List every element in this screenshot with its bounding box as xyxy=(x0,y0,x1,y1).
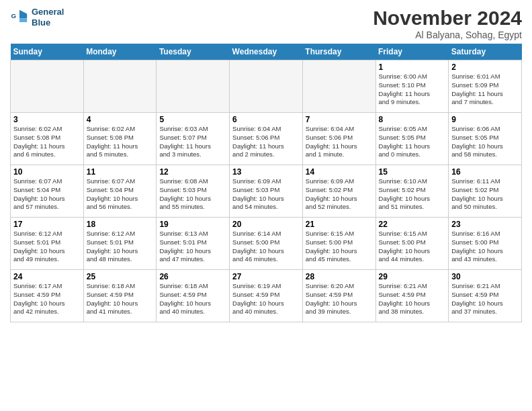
calendar-week-row: 24Sunrise: 6:17 AM Sunset: 4:59 PM Dayli… xyxy=(11,270,522,322)
calendar-day-cell: 2Sunrise: 6:01 AM Sunset: 5:09 PM Daylig… xyxy=(449,60,522,113)
day-number: 30 xyxy=(451,272,519,281)
day-number: 13 xyxy=(232,167,300,177)
calendar-week-row: 1Sunrise: 6:00 AM Sunset: 5:10 PM Daylig… xyxy=(11,60,522,113)
day-number: 15 xyxy=(379,167,446,177)
calendar-day-cell: 23Sunrise: 6:16 AM Sunset: 5:00 PM Dayli… xyxy=(449,218,522,270)
day-number: 9 xyxy=(451,115,519,124)
day-number: 17 xyxy=(13,220,81,229)
day-number: 18 xyxy=(87,220,154,229)
day-info: Sunrise: 6:11 AM Sunset: 5:02 PM Dayligh… xyxy=(451,177,519,212)
calendar-day-cell: 8Sunrise: 6:05 AM Sunset: 5:05 PM Daylig… xyxy=(375,113,449,165)
calendar-day-cell: 7Sunrise: 6:04 AM Sunset: 5:06 PM Daylig… xyxy=(302,113,375,165)
day-info: Sunrise: 6:09 AM Sunset: 5:03 PM Dayligh… xyxy=(232,177,300,212)
calendar-day-cell: 30Sunrise: 6:21 AM Sunset: 4:59 PM Dayli… xyxy=(449,270,522,322)
calendar-day-cell: 4Sunrise: 6:02 AM Sunset: 5:08 PM Daylig… xyxy=(83,113,157,165)
calendar-table: SundayMondayTuesdayWednesdayThursdayFrid… xyxy=(10,44,522,322)
calendar-day-cell: 19Sunrise: 6:13 AM Sunset: 5:01 PM Dayli… xyxy=(157,218,230,270)
day-info: Sunrise: 6:12 AM Sunset: 5:01 PM Dayligh… xyxy=(87,230,154,264)
day-number: 12 xyxy=(159,167,226,177)
day-number: 2 xyxy=(451,62,519,72)
month-title: November 2024 xyxy=(373,7,522,30)
day-number: 16 xyxy=(451,167,519,177)
day-number: 7 xyxy=(306,115,373,124)
svg-text:G: G xyxy=(11,12,16,19)
day-number: 6 xyxy=(232,115,300,124)
calendar-day-header: Sunday xyxy=(11,44,84,60)
day-info: Sunrise: 6:18 AM Sunset: 4:59 PM Dayligh… xyxy=(159,282,226,316)
day-number: 25 xyxy=(87,272,154,281)
calendar-day-cell: 10Sunrise: 6:07 AM Sunset: 5:04 PM Dayli… xyxy=(11,165,84,218)
day-number: 10 xyxy=(13,167,81,177)
day-info: Sunrise: 6:20 AM Sunset: 4:59 PM Dayligh… xyxy=(306,282,373,316)
day-info: Sunrise: 6:17 AM Sunset: 4:59 PM Dayligh… xyxy=(13,282,81,316)
day-info: Sunrise: 6:13 AM Sunset: 5:01 PM Dayligh… xyxy=(159,230,226,264)
day-info: Sunrise: 6:12 AM Sunset: 5:01 PM Dayligh… xyxy=(13,230,81,264)
day-number: 4 xyxy=(87,115,154,124)
calendar-day-cell: 13Sunrise: 6:09 AM Sunset: 5:03 PM Dayli… xyxy=(230,165,303,218)
svg-marker-3 xyxy=(19,18,27,22)
calendar-day-cell: 3Sunrise: 6:02 AM Sunset: 5:08 PM Daylig… xyxy=(11,113,84,165)
day-info: Sunrise: 6:05 AM Sunset: 5:05 PM Dayligh… xyxy=(379,125,446,159)
calendar-week-row: 17Sunrise: 6:12 AM Sunset: 5:01 PM Dayli… xyxy=(11,218,522,270)
calendar-day-cell: 27Sunrise: 6:19 AM Sunset: 4:59 PM Dayli… xyxy=(230,270,303,322)
day-info: Sunrise: 6:04 AM Sunset: 5:06 PM Dayligh… xyxy=(306,125,373,159)
day-info: Sunrise: 6:04 AM Sunset: 5:06 PM Dayligh… xyxy=(232,125,300,159)
day-number: 24 xyxy=(13,272,81,281)
calendar-day-cell: 15Sunrise: 6:10 AM Sunset: 5:02 PM Dayli… xyxy=(375,165,449,218)
calendar-week-row: 3Sunrise: 6:02 AM Sunset: 5:08 PM Daylig… xyxy=(11,113,522,165)
day-number: 27 xyxy=(232,272,300,281)
day-info: Sunrise: 6:07 AM Sunset: 5:04 PM Dayligh… xyxy=(13,177,81,212)
calendar-day-cell: 20Sunrise: 6:14 AM Sunset: 5:00 PM Dayli… xyxy=(230,218,303,270)
calendar-day-cell: 29Sunrise: 6:21 AM Sunset: 4:59 PM Dayli… xyxy=(375,270,449,322)
day-number: 26 xyxy=(159,272,226,281)
calendar-day-cell: 17Sunrise: 6:12 AM Sunset: 5:01 PM Dayli… xyxy=(11,218,84,270)
calendar-day-cell: 9Sunrise: 6:06 AM Sunset: 5:05 PM Daylig… xyxy=(449,113,522,165)
day-number: 22 xyxy=(379,220,446,229)
day-info: Sunrise: 6:08 AM Sunset: 5:03 PM Dayligh… xyxy=(159,177,226,212)
day-number: 1 xyxy=(379,62,446,72)
calendar-day-cell: 14Sunrise: 6:09 AM Sunset: 5:02 PM Dayli… xyxy=(302,165,375,218)
day-info: Sunrise: 6:15 AM Sunset: 5:00 PM Dayligh… xyxy=(306,230,373,264)
day-number: 5 xyxy=(159,115,226,124)
logo-icon: G xyxy=(10,8,29,27)
day-info: Sunrise: 6:06 AM Sunset: 5:05 PM Dayligh… xyxy=(451,125,519,159)
day-info: Sunrise: 6:18 AM Sunset: 4:59 PM Dayligh… xyxy=(87,282,154,316)
day-info: Sunrise: 6:21 AM Sunset: 4:59 PM Dayligh… xyxy=(451,282,519,316)
calendar-day-cell xyxy=(83,60,157,113)
calendar-day-header: Tuesday xyxy=(157,44,230,60)
day-number: 21 xyxy=(306,220,373,229)
calendar-day-cell: 1Sunrise: 6:00 AM Sunset: 5:10 PM Daylig… xyxy=(375,60,449,113)
day-number: 19 xyxy=(159,220,226,229)
day-info: Sunrise: 6:15 AM Sunset: 5:00 PM Dayligh… xyxy=(379,230,446,264)
header: G General Blue November 2024 Al Balyana,… xyxy=(10,7,522,40)
calendar-day-header: Friday xyxy=(375,44,449,60)
calendar-day-cell: 21Sunrise: 6:15 AM Sunset: 5:00 PM Dayli… xyxy=(302,218,375,270)
day-number: 29 xyxy=(379,272,446,281)
calendar-day-cell: 11Sunrise: 6:07 AM Sunset: 5:04 PM Dayli… xyxy=(83,165,157,218)
calendar-day-cell: 16Sunrise: 6:11 AM Sunset: 5:02 PM Dayli… xyxy=(449,165,522,218)
calendar-day-header: Monday xyxy=(83,44,157,60)
calendar-day-cell xyxy=(11,60,84,113)
logo-text: General Blue xyxy=(32,7,64,28)
calendar-day-cell: 25Sunrise: 6:18 AM Sunset: 4:59 PM Dayli… xyxy=(83,270,157,322)
title-block: November 2024 Al Balyana, Sohag, Egypt xyxy=(373,7,522,40)
calendar-day-cell xyxy=(157,60,230,113)
logo: G General Blue xyxy=(10,7,64,28)
calendar-day-header: Wednesday xyxy=(230,44,303,60)
page-container: G General Blue November 2024 Al Balyana,… xyxy=(0,0,532,326)
calendar-day-cell: 22Sunrise: 6:15 AM Sunset: 5:00 PM Dayli… xyxy=(375,218,449,270)
day-number: 14 xyxy=(306,167,373,177)
day-number: 28 xyxy=(306,272,373,281)
calendar-day-cell: 18Sunrise: 6:12 AM Sunset: 5:01 PM Dayli… xyxy=(83,218,157,270)
day-number: 8 xyxy=(379,115,446,124)
day-number: 3 xyxy=(13,115,81,124)
day-info: Sunrise: 6:03 AM Sunset: 5:07 PM Dayligh… xyxy=(159,125,226,159)
day-info: Sunrise: 6:02 AM Sunset: 5:08 PM Dayligh… xyxy=(13,125,81,159)
calendar-body: 1Sunrise: 6:00 AM Sunset: 5:10 PM Daylig… xyxy=(11,60,522,322)
day-info: Sunrise: 6:10 AM Sunset: 5:02 PM Dayligh… xyxy=(379,177,446,212)
calendar-day-header: Saturday xyxy=(449,44,522,60)
calendar-day-cell xyxy=(230,60,303,113)
day-info: Sunrise: 6:02 AM Sunset: 5:08 PM Dayligh… xyxy=(87,125,154,159)
calendar-day-cell: 6Sunrise: 6:04 AM Sunset: 5:06 PM Daylig… xyxy=(230,113,303,165)
day-info: Sunrise: 6:14 AM Sunset: 5:00 PM Dayligh… xyxy=(232,230,300,264)
